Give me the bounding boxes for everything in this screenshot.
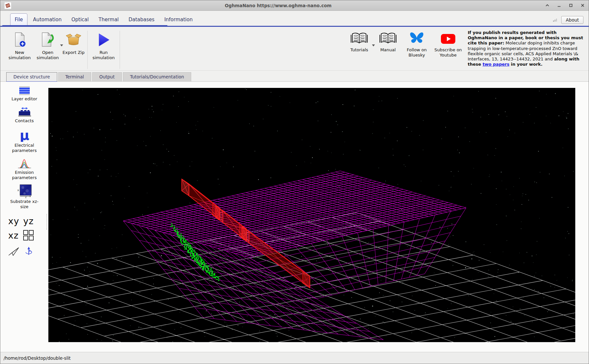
sidebar-item-contacts[interactable]: Contacts xyxy=(0,107,48,124)
maximize-icon[interactable] xyxy=(568,3,573,8)
star xyxy=(364,307,365,308)
star xyxy=(373,238,373,238)
star xyxy=(105,138,106,138)
green-source-dot xyxy=(193,257,194,258)
star xyxy=(52,263,53,264)
star xyxy=(266,259,266,260)
star xyxy=(465,127,465,128)
star xyxy=(284,276,285,277)
green-source-dot xyxy=(199,265,200,266)
close-icon[interactable] xyxy=(580,3,585,8)
menu-tab-thermal[interactable]: Thermal xyxy=(94,14,123,26)
star xyxy=(302,140,303,140)
star xyxy=(174,329,175,330)
run-simulation-icon xyxy=(95,31,112,48)
paper-plane-icon[interactable] xyxy=(8,247,19,256)
star xyxy=(563,111,564,112)
star xyxy=(229,259,230,260)
tab-tutorials-documentation[interactable]: Tutorials/Documentation xyxy=(123,72,191,81)
green-source-dot xyxy=(199,262,200,263)
tab-device-structure[interactable]: Device structure xyxy=(6,72,57,81)
star xyxy=(110,129,111,130)
star xyxy=(524,315,525,315)
green-source-dot xyxy=(176,233,177,234)
star xyxy=(399,273,400,273)
star xyxy=(255,260,255,261)
new-simulation-button[interactable]: New simulation xyxy=(6,29,34,60)
star xyxy=(205,259,206,259)
star xyxy=(248,221,248,222)
menu-tab-optical[interactable]: Optical xyxy=(67,14,93,26)
green-source-dot xyxy=(210,268,211,269)
star xyxy=(494,293,494,294)
about-button[interactable]: About xyxy=(561,16,583,24)
tutorials-dropdown-icon[interactable] xyxy=(372,44,375,46)
green-source-dot xyxy=(198,258,199,259)
sidebar-item-layer-editor[interactable]: Layer editor xyxy=(0,86,48,102)
device-3d-view[interactable] xyxy=(48,88,575,342)
star xyxy=(117,320,118,321)
electrical-parameters-icon: μ xyxy=(18,129,31,142)
star xyxy=(524,263,524,263)
star xyxy=(197,231,198,231)
star xyxy=(489,270,489,271)
green-source-dot xyxy=(185,243,186,244)
star xyxy=(566,118,567,119)
star xyxy=(373,122,374,123)
sidebar-item-substrate-xz-size[interactable]: x z Substrate xz-size xyxy=(0,184,48,209)
star xyxy=(81,243,81,244)
sidebar-item-emission-parameters[interactable]: Emission parameters xyxy=(0,157,48,180)
view-xy-button[interactable]: xy xyxy=(8,216,19,226)
rotate-axis-icon[interactable] xyxy=(25,246,33,256)
star xyxy=(247,245,248,246)
star xyxy=(459,153,460,153)
menu-tab-databases[interactable]: Databases xyxy=(124,14,159,26)
star xyxy=(565,238,566,239)
tab-terminal[interactable]: Terminal xyxy=(58,72,91,81)
star xyxy=(403,282,403,283)
bluesky-button[interactable]: Follow on Bluesky xyxy=(401,29,432,58)
star xyxy=(296,165,297,166)
sidebar-drag-handle[interactable] xyxy=(46,214,47,230)
green-source-dot xyxy=(201,266,202,267)
sidebar-item-electrical-parameters[interactable]: μ Electrical parameters xyxy=(0,129,48,153)
tutorials-button[interactable]: Tutorials xyxy=(344,29,375,53)
window-title: OghmaNano https://www.oghma-nano.com xyxy=(11,3,545,8)
run-simulation-button[interactable]: Run simulation xyxy=(90,29,118,60)
youtube-button[interactable]: Subscribe on Youtube xyxy=(432,29,464,58)
star xyxy=(473,112,473,113)
menu-tab-information[interactable]: Information xyxy=(160,14,197,26)
star xyxy=(130,325,131,326)
manual-button[interactable]: Manual xyxy=(375,29,401,53)
open-simulation-button[interactable]: Open simulation xyxy=(34,29,62,60)
new-simulation-icon xyxy=(11,31,28,48)
star xyxy=(123,114,124,115)
star xyxy=(292,186,292,186)
tab-output[interactable]: Output xyxy=(92,72,122,81)
two-papers-link[interactable]: two papers xyxy=(482,62,509,67)
star xyxy=(78,237,79,238)
star xyxy=(509,130,510,130)
star xyxy=(440,227,440,227)
green-source-dot xyxy=(194,250,195,251)
star xyxy=(451,187,451,188)
minimize-icon[interactable] xyxy=(557,3,561,8)
star xyxy=(253,272,254,273)
star xyxy=(397,98,398,99)
star xyxy=(508,136,508,137)
shade-window-icon[interactable] xyxy=(545,3,549,8)
star xyxy=(451,303,452,304)
four-pane-view-icon[interactable] xyxy=(23,229,34,241)
star xyxy=(89,330,89,330)
menu-tab-file[interactable]: File xyxy=(10,13,27,26)
view-xz-button[interactable]: xz xyxy=(8,230,19,240)
star xyxy=(143,280,143,281)
export-zip-button[interactable]: Export Zip xyxy=(62,29,85,55)
star xyxy=(182,241,183,242)
star xyxy=(534,337,535,337)
export-zip-icon xyxy=(65,31,82,48)
green-source-dot xyxy=(207,271,208,272)
menu-tab-automation[interactable]: Automation xyxy=(29,14,66,26)
view-yz-button[interactable]: yz xyxy=(23,216,34,226)
green-source-dot xyxy=(211,274,212,275)
